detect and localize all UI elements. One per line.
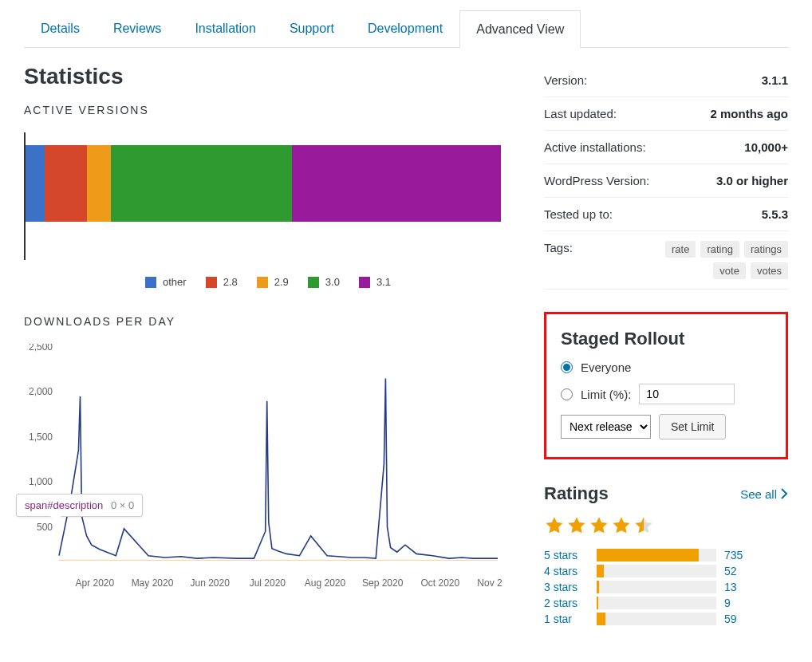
rollout-radio-everyone[interactable] [561, 361, 573, 373]
star-half-icon [633, 515, 654, 536]
svg-text:2,000: 2,000 [29, 386, 53, 397]
downloads-chart: 5001,0001,5002,0002,500Apr 2020May 2020J… [24, 344, 503, 591]
rating-bar[interactable] [597, 565, 716, 577]
version-segment [45, 145, 88, 222]
tag[interactable]: votes [751, 262, 788, 279]
svg-text:1,500: 1,500 [29, 431, 53, 443]
legend-swatch-icon [359, 277, 370, 288]
svg-text:1,000: 1,000 [29, 476, 53, 487]
rating-label[interactable]: 2 stars [544, 597, 589, 609]
set-limit-button[interactable]: Set Limit [659, 414, 726, 439]
rating-label[interactable]: 1 star [544, 613, 589, 625]
see-all-link[interactable]: See all [740, 487, 788, 501]
legend-item: 2.9 [257, 276, 289, 288]
staged-rollout-panel: Staged Rollout Everyone Limit (%): Next … [544, 312, 788, 459]
rating-count[interactable]: 9 [724, 597, 751, 609]
rollout-option-limit[interactable]: Limit (%): [561, 384, 771, 404]
tooltip-dims: 0 × 0 [111, 499, 134, 511]
rollout-limit-label: Limit (%): [581, 388, 631, 401]
legend-swatch-icon [308, 277, 319, 288]
meta-last-updated-value: 2 months ago [710, 107, 788, 120]
meta-wp-version: WordPress Version: 3.0 or higher [544, 164, 788, 198]
page-title: Statistics [24, 64, 512, 89]
svg-text:2,500: 2,500 [29, 344, 53, 353]
svg-text:Nov 2020: Nov 2020 [477, 577, 503, 589]
tab-development[interactable]: Development [351, 10, 459, 47]
tooltip-arrow-icon [49, 515, 62, 522]
legend-label: 2.8 [223, 276, 238, 288]
meta-version-value: 3.1.1 [762, 73, 788, 87]
tab-advanced-view[interactable]: Advanced View [459, 10, 581, 48]
rating-count[interactable]: 52 [724, 565, 751, 577]
rating-label[interactable]: 4 stars [544, 565, 589, 577]
meta-active-installs-value: 10,000+ [744, 140, 788, 154]
version-segment [111, 145, 291, 222]
tab-installation[interactable]: Installation [178, 10, 273, 47]
meta-last-updated: Last updated: 2 months ago [544, 97, 788, 131]
svg-text:Apr 2020: Apr 2020 [75, 577, 114, 589]
meta-tested-value: 5.5.3 [762, 207, 788, 221]
rating-row: 2 stars9 [544, 597, 788, 609]
legend-label: 2.9 [274, 276, 289, 288]
version-segment [26, 145, 45, 222]
section-downloads: DOWNLOADS PER DAY [24, 315, 512, 328]
tag[interactable]: rating [700, 241, 739, 258]
legend-item: other [145, 276, 187, 288]
meta-active-installs-label: Active installations: [544, 140, 646, 154]
rating-label[interactable]: 5 stars [544, 549, 589, 562]
star-full-icon [589, 515, 609, 536]
meta-version-label: Version: [544, 73, 587, 87]
tab-support[interactable]: Support [273, 10, 351, 47]
active-versions-chart [24, 132, 503, 260]
tab-reviews[interactable]: Reviews [97, 10, 178, 47]
rating-bar[interactable] [597, 613, 716, 625]
tabs: Details Reviews Installation Support Dev… [24, 10, 788, 48]
meta-last-updated-label: Last updated: [544, 107, 617, 120]
rollout-limit-input[interactable] [639, 384, 735, 404]
rollout-everyone-label: Everyone [581, 361, 631, 374]
rating-label[interactable]: 3 stars [544, 581, 589, 593]
rating-bar[interactable] [597, 597, 716, 609]
star-full-icon [544, 515, 565, 536]
ratings-title: Ratings [544, 483, 609, 504]
legend-label: 3.1 [376, 276, 391, 288]
rollout-radio-limit[interactable] [561, 388, 573, 400]
meta-tags: Tags: rateratingratingsvotevotes [544, 231, 788, 290]
rating-bar[interactable] [597, 581, 716, 593]
svg-text:Aug 2020: Aug 2020 [305, 577, 346, 589]
meta-tested-up-to: Tested up to: 5.5.3 [544, 198, 788, 231]
rating-count[interactable]: 735 [724, 549, 751, 562]
meta-wp-version-label: WordPress Version: [544, 174, 649, 187]
average-stars [544, 515, 788, 536]
svg-text:Jul 2020: Jul 2020 [250, 577, 286, 589]
rollout-release-select[interactable]: Next release [561, 415, 651, 439]
svg-text:May 2020: May 2020 [132, 577, 174, 589]
legend-item: 2.8 [206, 276, 238, 288]
rollout-title: Staged Rollout [561, 329, 771, 349]
tag[interactable]: rate [665, 241, 696, 258]
meta-tested-label: Tested up to: [544, 207, 613, 221]
rollout-option-everyone[interactable]: Everyone [561, 361, 771, 374]
version-segment [292, 145, 501, 222]
tab-details[interactable]: Details [24, 10, 97, 47]
legend-label: 3.0 [325, 276, 340, 288]
meta-version: Version: 3.1.1 [544, 64, 788, 97]
svg-text:Oct 2020: Oct 2020 [420, 577, 459, 589]
legend-swatch-icon [145, 277, 156, 288]
ratings-panel: Ratings See all 5 stars7354 stars523 sta… [544, 483, 788, 625]
tag[interactable]: vote [713, 262, 746, 279]
section-active-versions: ACTIVE VERSIONS [24, 104, 512, 116]
rating-bar[interactable] [597, 549, 716, 562]
rating-row: 4 stars52 [544, 565, 788, 577]
legend-swatch-icon [206, 277, 217, 288]
meta-tags-label: Tags: [544, 241, 573, 254]
meta-wp-version-value: 3.0 or higher [716, 174, 788, 187]
tag[interactable]: ratings [744, 241, 788, 258]
svg-text:Jun 2020: Jun 2020 [190, 577, 230, 589]
see-all-label: See all [740, 487, 777, 501]
chevron-right-icon [780, 488, 788, 499]
version-segment [87, 145, 111, 222]
rating-row: 3 stars13 [544, 581, 788, 593]
rating-count[interactable]: 13 [724, 581, 751, 593]
rating-count[interactable]: 59 [724, 613, 751, 625]
